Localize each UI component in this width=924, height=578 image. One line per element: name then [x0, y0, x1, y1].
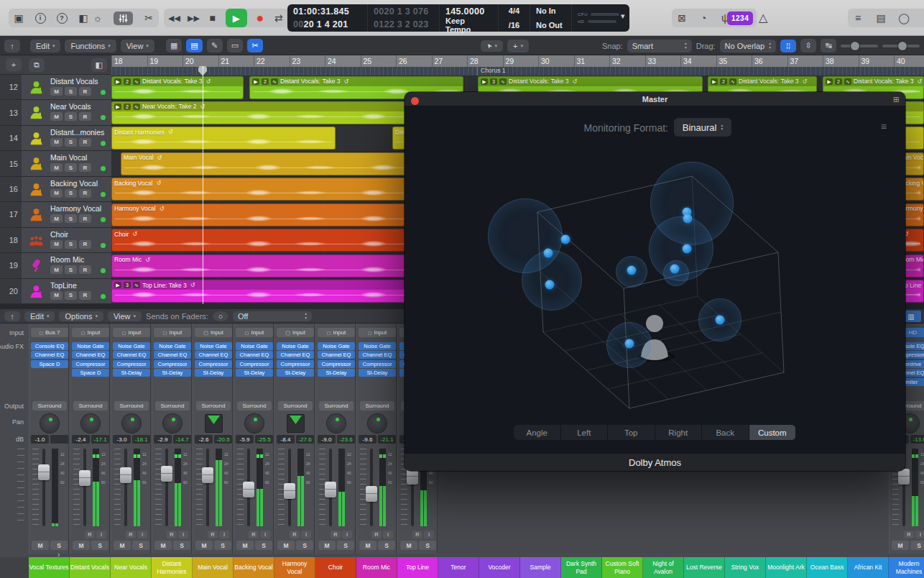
forward-button[interactable]: ▶▶: [188, 14, 200, 22]
ms-button[interactable]: S: [910, 541, 924, 550]
ms-button[interactable]: S: [91, 541, 108, 550]
ms-button[interactable]: M: [892, 541, 909, 550]
channel-strip[interactable]: ▢Bus 7 Console EQChannel EQSpace D Surro…: [29, 324, 69, 554]
track-header[interactable]: 18 Choir MSR: [0, 228, 111, 253]
audio-object[interactable]: [716, 316, 725, 325]
notes-icon[interactable]: ◯: [898, 13, 910, 23]
volume-db-value[interactable]: -2.6: [195, 435, 213, 444]
metronome-icon[interactable]: △: [757, 12, 769, 24]
msr-button[interactable]: S: [65, 291, 77, 300]
mixer-track-name[interactable]: Vocoder: [479, 557, 520, 578]
input-slot[interactable]: ▢Input: [359, 328, 396, 337]
track-name[interactable]: Near Vocals: [50, 102, 91, 111]
mixer-track-name[interactable]: Backing Vocal: [234, 557, 274, 578]
msr-button[interactable]: S: [65, 214, 77, 223]
fader-cap[interactable]: [325, 482, 336, 497]
mixer-menu-edit[interactable]: Edit▾: [24, 311, 55, 321]
fx-plugin-slot[interactable]: St-Delay: [318, 369, 355, 377]
view-button[interactable]: Angle: [514, 425, 560, 440]
pan-knob[interactable]: [122, 414, 141, 433]
fx-plugin-slot[interactable]: Channel EQ: [113, 351, 150, 359]
ri-button[interactable]: R: [208, 531, 218, 538]
record-ready-indicator[interactable]: [101, 243, 106, 248]
track-name[interactable]: Choir: [50, 230, 68, 239]
audio-object[interactable]: [683, 214, 693, 224]
track-name[interactable]: Backing Vocal: [50, 179, 98, 188]
msr-button[interactable]: S: [65, 240, 77, 249]
mixer-back-button[interactable]: ↑: [4, 311, 20, 321]
fx-plugin-slot[interactable]: Compressor: [277, 360, 314, 368]
audio-object[interactable]: [627, 266, 637, 275]
record-ready-indicator[interactable]: [101, 166, 106, 171]
vertical-zoom-slider[interactable]: [841, 45, 878, 47]
view-button[interactable]: Right: [655, 425, 702, 440]
ri-button[interactable]: R: [412, 531, 422, 538]
input-slot[interactable]: ◯Input: [195, 328, 232, 337]
ri-button[interactable]: I: [96, 531, 106, 538]
track-header[interactable]: 15 Main Vocal MSR: [0, 151, 111, 176]
fx-plugin-slot[interactable]: Compressor: [195, 360, 232, 368]
fx-plugin-slot[interactable]: Space D: [31, 360, 68, 368]
split-button[interactable]: ✂: [247, 39, 263, 52]
mixer-track-name[interactable]: Top Line: [397, 557, 438, 578]
fx-plugin-slot[interactable]: St-Delay: [359, 369, 396, 377]
msr-button[interactable]: S: [65, 163, 77, 172]
ms-button[interactable]: S: [419, 541, 436, 550]
ri-button[interactable]: I: [219, 531, 229, 538]
mixer-track-name[interactable]: Main Vocal: [193, 557, 234, 578]
output-slot[interactable]: Surround: [237, 401, 272, 410]
volume-db-value[interactable]: -8.4: [277, 435, 295, 444]
channel-strip[interactable]: ▢Input Noise GateChannel EQCompressorSt-…: [111, 324, 151, 554]
input-slot[interactable]: ◯Input: [277, 328, 314, 337]
output-slot[interactable]: Surround: [196, 401, 231, 410]
fader-cap[interactable]: [38, 464, 50, 480]
input-slot[interactable]: ▢Input: [113, 328, 150, 337]
lcd-display[interactable]: 01:00:31.845 0020 1 4 201 0020 1 3 076 0…: [287, 4, 629, 32]
fader-track[interactable]: [165, 449, 168, 526]
volume-db-value[interactable]: -2.9: [154, 435, 172, 444]
grid-button[interactable]: ▦: [166, 39, 182, 52]
fx-plugin-slot[interactable]: Noise Gate: [318, 342, 355, 350]
peak-db-value[interactable]: -20.5: [214, 435, 232, 444]
record-ready-indicator[interactable]: [101, 192, 106, 197]
track-view-button[interactable]: ▤: [186, 39, 202, 52]
msr-button[interactable]: R: [79, 189, 91, 198]
volume-db-value[interactable]: -1.0: [31, 435, 49, 444]
track-name[interactable]: Room Mic: [50, 255, 84, 264]
ms-button[interactable]: M: [114, 541, 131, 550]
ms-button[interactable]: S: [132, 541, 149, 550]
ri-button[interactable]: R: [126, 531, 136, 538]
msr-button[interactable]: R: [79, 112, 91, 121]
pan-knob[interactable]: [163, 414, 182, 433]
msr-button[interactable]: M: [50, 138, 63, 147]
region-play-icon[interactable]: ▶: [711, 78, 718, 85]
fader-track[interactable]: [206, 449, 209, 526]
pointer-tool-select[interactable]: ➤▾: [481, 40, 503, 52]
fx-plugin-slot[interactable]: Space D: [72, 369, 109, 377]
record-ready-indicator[interactable]: [101, 115, 106, 120]
audio-object[interactable]: [545, 280, 555, 290]
record-ready-indicator[interactable]: [101, 294, 106, 299]
ms-button[interactable]: M: [318, 541, 336, 550]
ms-button[interactable]: S: [214, 541, 231, 550]
mixer-track-name[interactable]: Lost Reverse: [684, 557, 725, 578]
fx-plugin-slot[interactable]: Compressor: [154, 360, 191, 368]
output-slot[interactable]: Surround: [73, 401, 108, 410]
marker-chorus[interactable]: Chorus 1: [477, 67, 506, 75]
stop-button[interactable]: ■: [207, 13, 218, 23]
ri-button[interactable]: R: [85, 531, 95, 538]
view-button[interactable]: Top: [608, 425, 655, 440]
audio-object[interactable]: [670, 265, 680, 274]
pan-knob[interactable]: [245, 414, 264, 433]
ri-button[interactable]: I: [342, 531, 352, 538]
msr-button[interactable]: S: [65, 87, 77, 96]
track-header[interactable]: 14 Distant...monies MSR: [0, 126, 111, 151]
mixer-track-name[interactable]: Vocal Textures: [29, 557, 70, 578]
horizontal-zoom-slider[interactable]: [882, 45, 920, 47]
dim-icon[interactable]: ☼: [92, 13, 103, 23]
msr-button[interactable]: M: [50, 87, 63, 96]
msr-button[interactable]: M: [50, 291, 63, 300]
msr-button[interactable]: S: [65, 265, 77, 274]
track-header[interactable]: 20 TopLine MSR: [0, 279, 111, 304]
msr-button[interactable]: R: [79, 87, 91, 96]
